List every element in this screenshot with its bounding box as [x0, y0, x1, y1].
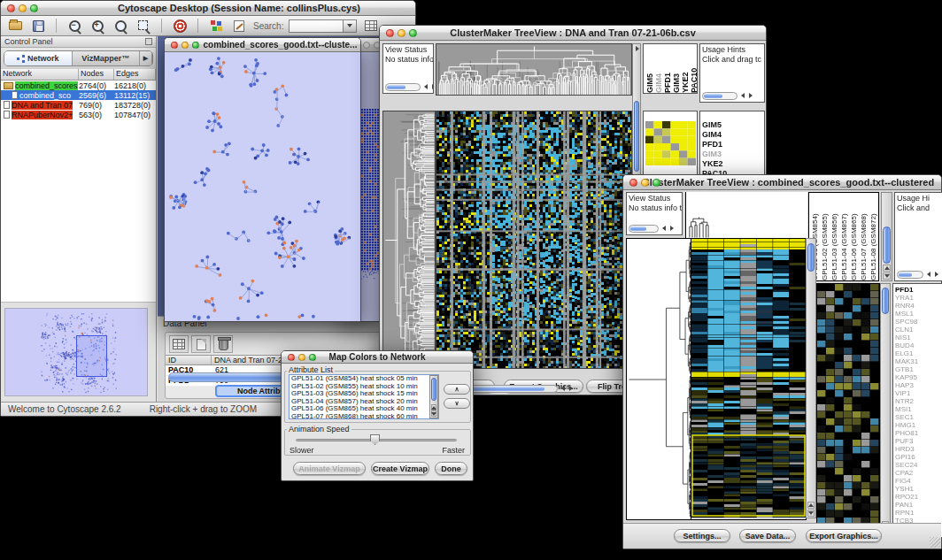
tab-overflow-button[interactable]: ▶	[140, 51, 152, 65]
zoom-fit-button[interactable]	[112, 18, 129, 34]
column-label[interactable]: GPL51-02 (GSM855)	[820, 193, 830, 280]
scroll-right-icon[interactable]	[432, 84, 434, 89]
gene-label[interactable]: HRD3	[893, 445, 942, 453]
zoom-window-button[interactable]	[30, 4, 38, 12]
tv2-heatmap[interactable]	[691, 238, 807, 520]
scroll-left-icon[interactable]	[421, 84, 428, 89]
gene-label[interactable]: RPO21	[893, 493, 942, 501]
gene-label[interactable]: MSI1	[893, 405, 942, 413]
scrollbar-thumb[interactable]	[634, 101, 639, 172]
attribute-select-button[interactable]	[169, 335, 189, 353]
network-row[interactable]: RNAPuberNov2+ 563(0) 107847(0)	[1, 110, 156, 119]
scrollbar-track[interactable]	[897, 271, 923, 279]
gene-label[interactable]: BUD4	[893, 341, 942, 349]
gene-label[interactable]: NTR2	[893, 397, 942, 405]
new-attribute-button[interactable]	[191, 335, 211, 353]
tv1-row-dendrogram[interactable]	[382, 111, 436, 369]
scrollbar-track[interactable]	[702, 92, 737, 100]
gene-label[interactable]: GIM5	[700, 120, 764, 130]
zoom-window-button[interactable]	[652, 179, 660, 187]
column-label[interactable]: GIM5	[645, 44, 654, 93]
gene-label[interactable]: PFD1	[893, 286, 942, 294]
move-down-button[interactable]: ∨	[444, 398, 470, 409]
gene-label[interactable]: HMG1	[893, 421, 942, 429]
search-input[interactable]	[289, 19, 344, 33]
zoom-out-button[interactable]: −	[66, 18, 83, 34]
birdseye-view[interactable]	[4, 308, 148, 396]
close-button[interactable]	[386, 29, 394, 37]
birdseye-canvas[interactable]	[5, 309, 147, 395]
network-view-titlebar[interactable]: combined_scores_good.txt--cluste...	[165, 38, 360, 52]
open-session-button[interactable]	[6, 18, 24, 34]
network-row[interactable]: DNA and Tran 07 769(0) 183728(0)	[1, 100, 156, 110]
gene-label[interactable]: FIG4	[893, 477, 942, 485]
attribute-list-item[interactable]: GPL51-07 (GSM868) heat shock 60 min	[290, 413, 438, 419]
tab-vizmapper[interactable]: VizMapper™	[73, 51, 141, 65]
minimize-button[interactable]	[641, 179, 649, 187]
network-row[interactable]: combined_scores 2764(0) 16218(0)	[1, 81, 156, 90]
tv2-labels-vscrollbar[interactable]	[881, 192, 892, 281]
scrollbar-thumb[interactable]	[899, 272, 912, 277]
gene-label[interactable]: RNR4	[893, 302, 942, 310]
gene-label[interactable]: GIM3	[700, 150, 764, 159]
column-label[interactable]: GIM4	[654, 44, 663, 93]
gene-label[interactable]: SEC24	[893, 461, 942, 469]
gene-label[interactable]: GPI16	[893, 453, 942, 461]
tv1-column-dendrogram[interactable]	[436, 43, 632, 96]
search-dropdown-button[interactable]	[344, 19, 357, 33]
minimize-button[interactable]	[363, 42, 370, 49]
gene-label[interactable]: GIM4	[700, 130, 764, 140]
tab-network[interactable]: Network	[4, 51, 73, 65]
import-table-button[interactable]	[362, 18, 380, 34]
gene-label[interactable]: CPA2	[893, 469, 942, 477]
tv1-status-hscrollbar[interactable]	[385, 82, 434, 91]
scroll-up-icon[interactable]	[884, 264, 890, 270]
zoom-window-button[interactable]	[192, 42, 199, 49]
annotation-button[interactable]	[230, 18, 248, 34]
scrollbar-thumb[interactable]	[630, 226, 646, 231]
network-row[interactable]: combined_sco 2569(6) 13112(15)	[1, 90, 156, 100]
scroll-up-icon[interactable]	[431, 403, 436, 410]
scroll-left-icon[interactable]	[660, 226, 666, 231]
gene-label[interactable]: NIS1	[893, 334, 942, 341]
column-label[interactable]: PAC10	[690, 44, 698, 93]
gene-label[interactable]: GTB1	[893, 365, 942, 373]
gene-label[interactable]: ELG1	[893, 349, 942, 357]
scrollbar-thumb[interactable]	[807, 243, 815, 272]
gene-label[interactable]: PAN1	[893, 501, 942, 509]
column-label[interactable]: GPL51-06 (GSM865)	[849, 193, 859, 280]
tv2-export-graphics-button[interactable]: Export Graphics...	[806, 529, 882, 542]
gene-label[interactable]: SEC1	[893, 413, 942, 421]
gene-label[interactable]: CLN1	[893, 326, 942, 334]
close-button[interactable]	[171, 42, 178, 49]
gene-label[interactable]: HAP3	[893, 381, 942, 389]
delete-attribute-button[interactable]	[213, 335, 233, 353]
gene-label[interactable]: SPC98	[893, 318, 942, 326]
scroll-down-icon[interactable]	[808, 511, 814, 518]
gene-label[interactable]: KAP95	[893, 373, 942, 381]
column-label[interactable]: GPL51-07 (GSM868)	[859, 193, 869, 280]
scroll-right-icon[interactable]	[749, 93, 755, 98]
gene-label[interactable]: VIP1	[893, 389, 942, 397]
scrollbar-track[interactable]	[385, 83, 421, 91]
move-up-button[interactable]: ∧	[444, 384, 470, 395]
expander-icon[interactable]	[636, 46, 642, 51]
close-button[interactable]	[629, 179, 637, 187]
help-button[interactable]	[171, 18, 189, 34]
scrollbar-thumb[interactable]	[883, 226, 891, 264]
network-canvas[interactable]	[165, 52, 360, 321]
column-label[interactable]: PFD1	[663, 44, 672, 93]
scrollbar-thumb[interactable]	[882, 288, 889, 314]
column-label[interactable]: GPL51-08 (GSM872)	[869, 193, 878, 280]
resize-grip[interactable]	[930, 537, 940, 548]
close-button[interactable]	[288, 354, 295, 361]
minimize-button[interactable]	[398, 29, 405, 37]
gene-label[interactable]: YKE2	[700, 159, 764, 169]
tv2-status-hscrollbar[interactable]	[629, 224, 676, 233]
scrollbar-track[interactable]	[629, 225, 659, 233]
tv2-save-data-button[interactable]: Save Data...	[739, 529, 796, 542]
gene-label[interactable]: RPN1	[893, 509, 942, 517]
scroll-up-icon[interactable]	[808, 501, 814, 507]
create-vizmap-button[interactable]: Create Vizmap	[371, 462, 429, 475]
treeview1-titlebar[interactable]: ClusterMaker TreeView : DNA and Tran 07-…	[380, 26, 766, 41]
